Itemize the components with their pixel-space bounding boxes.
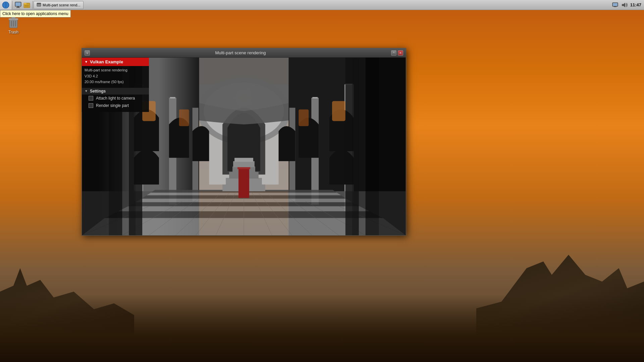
svg-rect-47 xyxy=(312,97,318,99)
trash-label: Trash xyxy=(8,30,18,35)
render-single-part-item[interactable]: Render single part xyxy=(82,102,149,109)
sidebar-version: V3D 4.2 xyxy=(85,73,146,79)
svg-rect-14 xyxy=(37,3,41,4)
svg-rect-82 xyxy=(234,158,253,162)
app-window: v Multi-part scene rendering ^ ✕ xyxy=(82,48,406,236)
taskbar-sep-1 xyxy=(12,1,12,9)
svg-rect-7 xyxy=(16,7,20,8)
svg-rect-88 xyxy=(345,58,359,235)
window-thumb-icon xyxy=(37,3,41,7)
svg-rect-52 xyxy=(299,109,309,126)
settings-collapse-arrow: ▼ xyxy=(85,89,88,93)
window-body: ▼ Vulkan Example Multi-part scene render… xyxy=(82,58,406,235)
window-title: Multi-part scene rendering xyxy=(90,50,391,55)
svg-rect-79 xyxy=(238,167,249,198)
svg-rect-50 xyxy=(179,109,189,126)
sidebar-info: Multi-part scene rendering V3D 4.2 20.00… xyxy=(82,66,149,86)
settings-section-header[interactable]: ▼ Settings xyxy=(82,88,149,95)
attach-light-item[interactable]: Attach light to camera xyxy=(82,95,149,102)
landscape-bottom xyxy=(0,295,644,362)
sidebar-scene-name: Multi-part scene rendering xyxy=(85,67,146,73)
taskbar-sep-2 xyxy=(33,1,33,9)
svg-rect-10 xyxy=(24,3,26,4)
svg-rect-16 xyxy=(613,3,618,6)
render-single-part-label: Render single part xyxy=(96,103,129,108)
volume-icon[interactable] xyxy=(621,1,628,9)
render-single-part-checkbox[interactable] xyxy=(89,103,93,108)
sidebar-fps: 20.00 ms/frame (50 fps) xyxy=(85,79,146,85)
svg-marker-18 xyxy=(622,3,625,7)
attach-light-checkbox[interactable] xyxy=(89,96,93,101)
apps-menu-button[interactable]: Click here to open applications menu xyxy=(0,0,11,10)
attach-light-label: Attach light to camera xyxy=(96,96,135,101)
window-close-button[interactable]: ✕ xyxy=(398,50,403,56)
window-maximize-button[interactable]: ^ xyxy=(391,50,396,56)
sidebar-collapse-arrow: ▼ xyxy=(85,60,88,64)
taskbar-window-button[interactable]: Multi-part scene rend... xyxy=(34,1,84,9)
svg-rect-51 xyxy=(332,101,345,121)
window-titlebar: v Multi-part scene rendering ^ ✕ xyxy=(82,48,406,58)
svg-rect-6 xyxy=(17,6,19,7)
taskbar-right-area: 11:47 xyxy=(609,1,644,9)
svg-rect-81 xyxy=(233,161,255,167)
sidebar-title: Vulkan Example xyxy=(90,59,123,64)
sidebar-panel: ▼ Vulkan Example Multi-part scene render… xyxy=(82,58,149,112)
svg-rect-8 xyxy=(15,2,21,6)
trash-icon[interactable]: Trash xyxy=(7,15,20,35)
file-manager-icon[interactable] xyxy=(23,1,31,9)
window-controls-right: ^ ✕ xyxy=(391,50,403,56)
settings-title: Settings xyxy=(90,89,106,94)
window-controls-left: v xyxy=(85,50,90,56)
svg-rect-17 xyxy=(614,6,616,7)
apps-menu-tooltip: Click here to open applications menu xyxy=(0,10,71,17)
network-icon[interactable] xyxy=(611,1,619,9)
settings-section: ▼ Settings Attach light to camera Render… xyxy=(82,88,149,109)
taskbar-quick-icons xyxy=(13,1,32,9)
system-clock: 11:47 xyxy=(630,2,641,7)
window-shade-button[interactable]: v xyxy=(85,50,90,56)
apps-globe-icon xyxy=(2,1,9,9)
sidebar-header[interactable]: ▼ Vulkan Example xyxy=(82,58,149,66)
monitor-icon[interactable] xyxy=(14,1,22,9)
svg-rect-42 xyxy=(170,97,175,99)
window-button-label: Multi-part scene rend... xyxy=(43,3,80,7)
taskbar: Click here to open applications menu xyxy=(0,0,644,10)
